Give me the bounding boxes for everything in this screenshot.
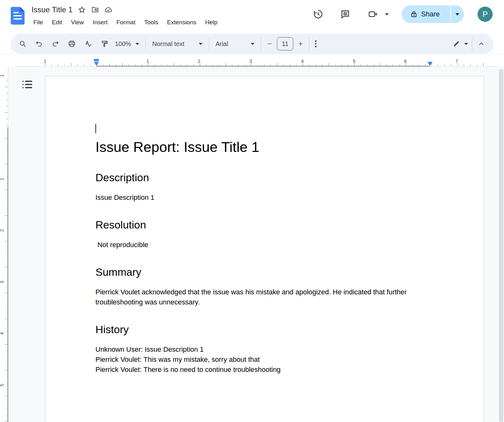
increase-font-size-icon[interactable]	[296, 39, 305, 49]
section-heading[interactable]: Resolution	[95, 218, 430, 232]
share-options-button[interactable]	[451, 5, 464, 23]
ruler-number: 2	[198, 58, 200, 64]
ruler-number: 4	[0, 332, 4, 335]
video-call-options-caret-icon[interactable]	[385, 13, 389, 15]
ruler-number: 7	[455, 58, 458, 64]
lock-icon	[410, 10, 418, 18]
vertical-scrollbar[interactable]	[499, 69, 503, 422]
share-button-group: Share	[402, 5, 464, 23]
toolbar-divider	[209, 38, 209, 50]
menu-edit[interactable]: Edit	[48, 18, 67, 27]
section-paragraph[interactable]: Issue Description 1	[95, 193, 430, 203]
section-heading[interactable]: Description	[95, 171, 430, 184]
document-outline-icon	[22, 81, 32, 88]
section-paragraph[interactable]: Pierrick Voulet: There is no need to con…	[95, 365, 430, 375]
section-summary: Summary Pierrick Voulet acknowledged tha…	[95, 265, 430, 307]
paint-format-icon[interactable]	[99, 38, 110, 49]
move-folder-icon[interactable]	[91, 6, 99, 14]
ruler-number: 1	[0, 74, 4, 77]
zoom-caret-icon	[135, 43, 139, 45]
document-page[interactable]: Issue Report: Issue Title 1 Description …	[45, 76, 484, 422]
section-description: Description Issue Description 1	[95, 171, 430, 203]
ruler-number: 1	[44, 58, 46, 64]
section-paragraph[interactable]: Not reproducible	[95, 240, 430, 250]
section-history: History Unknown User: Issue Description …	[95, 322, 430, 375]
zoom-select[interactable]: 100%	[112, 39, 142, 49]
menu-bar: File Edit View Insert Format Tools Exten…	[29, 18, 222, 27]
logo-fold-shade	[20, 7, 25, 11]
video-call-icon[interactable]	[368, 9, 378, 19]
avatar-initial: P	[483, 10, 488, 19]
ruler-number: 5	[0, 384, 4, 386]
menu-tools[interactable]: Tools	[140, 18, 163, 27]
font-family-caret-icon	[251, 43, 255, 45]
section-paragraph[interactable]: Pierrick Voulet acknowledged that the is…	[95, 287, 430, 307]
menu-view[interactable]: View	[66, 18, 88, 27]
menu-extensions[interactable]: Extensions	[163, 18, 201, 27]
app-header: Issue Title 1 File Edit View Insert Form…	[0, 0, 504, 34]
search-icon[interactable]	[17, 38, 28, 49]
font-family-value: Arial	[215, 40, 228, 48]
undo-icon[interactable]	[34, 38, 44, 49]
decrease-font-size-icon[interactable]	[265, 39, 274, 49]
star-icon[interactable]	[78, 6, 86, 14]
print-icon[interactable]	[66, 38, 77, 49]
more-options-icon[interactable]	[313, 38, 318, 49]
first-line-indent-marker[interactable]	[94, 59, 99, 61]
ruler-number: 5	[353, 58, 355, 64]
cloud-saved-icon[interactable]	[104, 6, 112, 14]
menu-file[interactable]: File	[29, 18, 48, 27]
paragraph-style-value: Normal text	[152, 40, 184, 48]
version-history-icon[interactable]	[313, 9, 323, 19]
ruler-number: 1	[0, 178, 4, 180]
text-cursor	[95, 124, 96, 133]
empty-first-line[interactable]	[95, 124, 430, 134]
menu-insert[interactable]: Insert	[88, 18, 112, 27]
share-caret-icon	[455, 13, 459, 15]
left-indent-marker[interactable]	[94, 62, 99, 66]
menu-format[interactable]: Format	[112, 18, 140, 27]
section-heading[interactable]: History	[95, 322, 430, 336]
ruler-number: 4	[301, 58, 304, 64]
paragraph-style-caret-icon	[199, 43, 203, 45]
font-size-value: 11	[282, 40, 289, 48]
section-heading[interactable]: Summary	[95, 265, 430, 279]
document-title-field[interactable]: Issue Title 1	[32, 5, 73, 14]
horizontal-ruler[interactable]: 1 1 2 3 4 5 6 7	[0, 54, 504, 66]
font-size-input[interactable]: 11	[277, 37, 293, 50]
toolbar-divider	[472, 38, 472, 50]
redo-icon[interactable]	[50, 38, 61, 49]
toolbar-divider	[309, 38, 309, 50]
toolbar-divider	[146, 38, 146, 50]
collapse-toolbar-icon[interactable]	[476, 38, 487, 49]
editing-mode-pencil-icon[interactable]	[451, 38, 462, 49]
share-button[interactable]: Share	[402, 5, 450, 23]
ruler-number: 2	[0, 229, 4, 232]
ruler-number: 3	[0, 281, 4, 283]
zoom-value: 100%	[115, 40, 131, 48]
ruler-number: 3	[249, 58, 252, 64]
doc-heading-title[interactable]: Issue Report: Issue Title 1	[95, 139, 430, 155]
docs-logo-icon[interactable]	[11, 7, 25, 25]
toolbar-divider	[261, 38, 261, 50]
document-outline-button[interactable]	[20, 78, 34, 91]
section-paragraph[interactable]: Unknown User: Issue Description 1	[95, 344, 430, 355]
account-avatar[interactable]: P	[478, 7, 493, 22]
spellcheck-icon[interactable]	[83, 38, 94, 49]
menu-help[interactable]: Help	[201, 18, 222, 27]
toolbar: 100% Normal text Arial 11	[10, 34, 494, 54]
comments-icon[interactable]	[340, 9, 350, 19]
section-resolution: Resolution Not reproducible	[95, 218, 430, 250]
editing-mode-caret-icon[interactable]	[464, 43, 468, 45]
vertical-ruler[interactable]: 1 1 2 3 4 5	[0, 66, 8, 422]
right-indent-marker[interactable]	[427, 62, 432, 66]
paragraph-style-select[interactable]: Normal text	[150, 39, 205, 49]
share-label: Share	[421, 10, 440, 18]
document-canvas: Issue Report: Issue Title 1 Description …	[0, 66, 504, 422]
ruler-number: 1	[146, 58, 149, 64]
ruler-number: 6	[404, 58, 407, 64]
section-paragraph[interactable]: Pierrick Voulet: This was my mistake, so…	[95, 355, 430, 365]
font-family-select[interactable]: Arial	[213, 39, 257, 49]
